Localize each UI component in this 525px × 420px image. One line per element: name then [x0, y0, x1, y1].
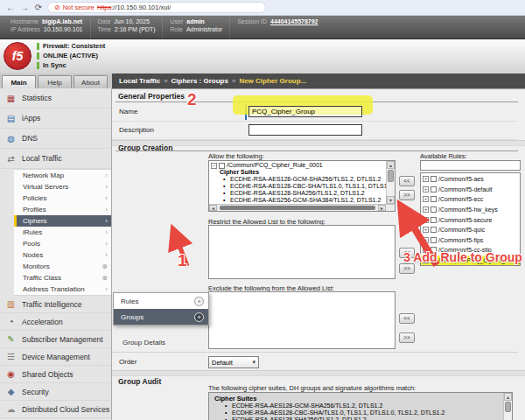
breadcrumb-local-traffic[interactable]: Local Traffic	[119, 77, 160, 85]
rule-checkbox[interactable]	[430, 227, 437, 233]
scroll-down-icon[interactable]: ▾	[387, 196, 395, 204]
rule-checkbox[interactable]	[430, 176, 437, 182]
submenu-item[interactable]: Pools ›	[14, 238, 112, 249]
rule-checkbox[interactable]	[430, 257, 437, 263]
exclude-move-in-button[interactable]: <<	[399, 313, 415, 324]
back-icon[interactable]: ←	[5, 0, 16, 16]
sidebar-item[interactable]: ◔ Acceleration	[0, 313, 111, 331]
sidebar-item[interactable]: ▥ Traffic Intelligence	[0, 296, 111, 313]
rule-checkbox[interactable]	[430, 196, 437, 202]
submenu-item[interactable]: Nodes ›	[14, 249, 112, 261]
scroll-up-icon[interactable]: ▴	[387, 161, 395, 169]
rule-checkbox[interactable]	[430, 217, 437, 223]
available-rule-row[interactable]: + /Common/f5-quic	[421, 225, 520, 235]
tab[interactable]: Help	[38, 75, 72, 88]
allow-list-box[interactable]: − /Common/PCQ_Cipher_Rule_0001 Cipher Su…	[208, 160, 396, 212]
restrict-move-in-button[interactable]: <<	[399, 248, 415, 258]
move-in-button[interactable]: <<	[399, 176, 415, 186]
available-rule-row[interactable]: + /Common/f5-fips	[421, 235, 520, 246]
submenu-item[interactable]: Address Translation ›	[14, 284, 112, 295]
chevron-right-icon[interactable]: ›	[105, 240, 108, 248]
available-rule-row[interactable]: + /Common/f5-default	[421, 185, 520, 195]
submenu-item[interactable]: Ciphers ›	[14, 215, 112, 227]
tab[interactable]: Main	[2, 75, 36, 88]
breadcrumb-ciphers-groups[interactable]: Ciphers : Groups	[172, 77, 228, 85]
forward-icon[interactable]: →	[19, 0, 30, 16]
rule-checkbox[interactable]	[430, 247, 437, 253]
submenu-item[interactable]: iRules ›	[14, 227, 112, 238]
scroll-up-icon[interactable]: ▴	[504, 393, 512, 401]
session-value[interactable]: 44404145578792	[270, 18, 318, 24]
expand-icon[interactable]: +	[423, 217, 429, 223]
sidebar-item[interactable]: ◆ Security	[0, 383, 111, 401]
available-rule-row[interactable]: + /Common/f5-secure	[421, 214, 520, 225]
expand-icon[interactable]: +	[423, 196, 429, 202]
chevron-right-icon[interactable]: ›	[105, 251, 108, 259]
sidebar-item[interactable]: ▦ Statistics	[0, 88, 111, 108]
available-rule-row[interactable]: + /Common/f5-cc-stip	[421, 245, 520, 256]
rule-checkbox[interactable]	[430, 186, 437, 192]
allow-rule-row[interactable]: − /Common/PCQ_Cipher_Rule_0001	[211, 162, 384, 169]
submenu-item[interactable]: Policies ›	[14, 192, 112, 204]
scroll-thumb[interactable]	[220, 206, 375, 210]
chevron-right-icon[interactable]: ›	[105, 285, 108, 293]
submenu-item[interactable]: Monitors ⊕	[14, 261, 112, 272]
horizontal-scrollbar[interactable]: ◂ ▸	[209, 204, 395, 211]
tab[interactable]: About	[74, 75, 108, 88]
sidebar-item[interactable]: ⇄ Local Traffic	[0, 149, 111, 169]
chevron-right-icon[interactable]: ›	[105, 183, 108, 191]
chevron-right-icon[interactable]: ›	[105, 194, 108, 202]
expand-icon[interactable]: +	[423, 186, 429, 192]
expand-icon[interactable]: +	[423, 206, 429, 213]
vertical-scrollbar[interactable]: ▴	[503, 393, 512, 420]
sidebar-item[interactable]: ☰ Device Management	[0, 348, 111, 366]
add-icon[interactable]: +	[194, 297, 204, 306]
scroll-right-icon[interactable]: ▸	[378, 205, 386, 211]
chevron-right-icon[interactable]: ›	[105, 228, 108, 236]
description-input[interactable]	[248, 124, 362, 136]
available-rules-list[interactable]: + /Common/f5-aes + /Common/f5-default +	[420, 172, 521, 266]
name-input[interactable]	[248, 106, 362, 117]
collapse-icon[interactable]: −	[211, 163, 217, 169]
rule-checkbox[interactable]	[219, 163, 225, 169]
rule-checkbox[interactable]	[430, 237, 437, 243]
address-bar[interactable]: ⊘ Not secure https://10.150.90.101/xui/	[47, 2, 266, 13]
available-rules-filter-input[interactable]	[420, 160, 521, 171]
available-rule-row[interactable]: + /Common/f5-hw_keys	[421, 205, 520, 215]
scroll-thumb[interactable]	[505, 402, 511, 412]
available-rule-row[interactable]: + /Common/f5-ecc	[421, 194, 520, 205]
add-icon[interactable]: ⊕	[102, 262, 108, 270]
available-rule-row[interactable]: + /Common/f5-aes	[421, 174, 520, 185]
expand-icon[interactable]: +	[423, 176, 429, 182]
add-icon[interactable]: +	[194, 312, 204, 322]
order-select[interactable]: Default ▾	[208, 356, 259, 368]
sidebar-item[interactable]: ◍ DNS	[0, 129, 111, 149]
scroll-thumb[interactable]	[388, 170, 394, 182]
available-rule-row[interactable]: + /Common/PCQ_Cipher_Rule_0001	[421, 256, 520, 266]
add-icon[interactable]: ⊕	[102, 274, 108, 282]
submenu-item[interactable]: Profiles ›	[14, 204, 112, 215]
exclude-list-box[interactable]	[208, 291, 396, 349]
restrict-list-box[interactable]	[208, 225, 396, 279]
sidebar-item[interactable]: ✎ Subscriber Management	[0, 331, 111, 348]
expand-icon[interactable]: +	[423, 237, 429, 243]
expand-icon[interactable]: +	[423, 257, 429, 263]
submenu-item[interactable]: Traffic Class ⊕	[14, 272, 112, 284]
network-map-icon[interactable]: ▫	[105, 172, 108, 179]
submenu-item[interactable]: Virtual Servers ›	[14, 181, 112, 192]
chevron-right-icon[interactable]: ›	[105, 206, 108, 214]
reload-icon[interactable]: ⟳	[33, 0, 44, 16]
sidebar-item[interactable]: ▤ iApps	[0, 108, 111, 129]
expand-icon[interactable]: +	[423, 247, 429, 253]
exclude-move-out-button[interactable]: >>	[399, 332, 415, 343]
expand-icon[interactable]: +	[423, 227, 429, 233]
rule-checkbox[interactable]	[430, 206, 437, 213]
sidebar-item[interactable]: ◉ Shared Objects	[0, 366, 111, 383]
flyout-item[interactable]: Groups +	[114, 309, 208, 325]
restrict-move-out-button[interactable]: >>	[399, 263, 415, 274]
vertical-scrollbar[interactable]: ▴ ▾	[386, 161, 395, 204]
move-out-button[interactable]: >>	[399, 190, 415, 200]
flyout-item[interactable]: Rules +	[114, 293, 208, 309]
scroll-left-icon[interactable]: ◂	[209, 205, 217, 211]
sidebar-item[interactable]: ☁ Distributed Cloud Services	[0, 401, 111, 418]
